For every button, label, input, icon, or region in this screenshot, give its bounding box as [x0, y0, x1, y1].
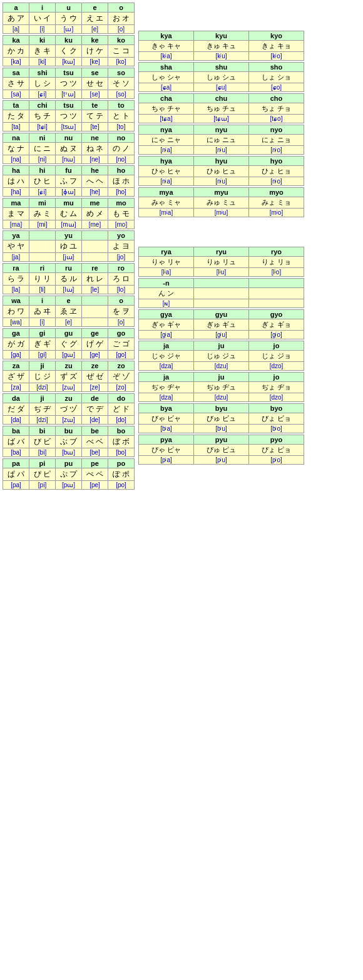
kana-cell: の ノ	[108, 143, 135, 155]
left-header-cell: ze	[82, 361, 108, 371]
ipa-cell: [bi]	[29, 448, 56, 457]
right-ipa-cell: [nʲu]	[194, 145, 249, 154]
left-header-cell: gu	[56, 329, 82, 338]
kana-cell: き キ	[29, 45, 56, 58]
right-header-cell: gyo	[249, 309, 304, 319]
kana-cell: へ ヘ	[82, 175, 108, 188]
left-header-cell: shi	[29, 68, 56, 78]
right-ipa-cell: [nʲu]	[194, 177, 249, 185]
ipa-cell: [pi]	[29, 481, 56, 490]
kana-cell: ぎ ギ	[29, 338, 56, 351]
left-header-cell: ri	[29, 264, 56, 273]
ipa-cell: [jo]	[108, 253, 135, 262]
ipa-cell: [ge]	[82, 351, 108, 359]
right-ipa-cell: [lʲu]	[194, 267, 249, 276]
kana-cell: つ ツ	[56, 78, 82, 90]
ipa-cell: [ka]	[3, 58, 29, 66]
kana-cell: で デ	[82, 403, 108, 416]
kana-cell: う ウ	[56, 13, 82, 25]
right-ipa-cell: [lʲa]	[139, 267, 194, 276]
right-kana-cell: ぴょ ピョ	[249, 444, 304, 455]
right-header-cell: ryo	[249, 247, 304, 256]
kana-cell: ざ ザ	[3, 371, 29, 383]
ipa-cell: [ke]	[82, 58, 108, 66]
left-header-cell: da	[3, 394, 29, 403]
right-kana-cell: きゅ キュ	[194, 40, 249, 51]
left-header-cell: ho	[108, 166, 135, 175]
right-header-cell: nyu	[194, 125, 249, 134]
ipa-cell: [tɕi]	[29, 123, 56, 132]
kana-cell: も モ	[108, 208, 135, 220]
right-table: kyakyukyoきゃ キャきゅ キュきょ キョ[kʲa][kʲu][kʲo]s…	[138, 3, 304, 465]
left-header-cell: hi	[29, 166, 56, 175]
kana-cell: ご ゴ	[108, 338, 135, 351]
right-kana-cell: ぢゃ ヂャ	[139, 381, 194, 393]
left-header-cell: e	[82, 3, 108, 13]
right-ipa-cell: [ɕu]	[194, 83, 249, 91]
right-kana-cell: びゃ ビャ	[139, 413, 194, 424]
kana-cell: ね ネ	[82, 143, 108, 155]
ipa-cell: [ho]	[108, 188, 135, 197]
right-header-cell	[249, 278, 304, 287]
left-header-cell: i	[29, 296, 56, 306]
right-header-cell: byu	[194, 403, 249, 413]
kana-cell: ぐ グ	[56, 338, 82, 351]
right-header-cell: kyo	[249, 31, 304, 40]
right-header-cell: pya	[139, 435, 194, 444]
ipa-cell: [zɯ]	[56, 383, 82, 392]
kana-cell: ず ズ	[56, 371, 82, 383]
ipa-cell: [sa]	[3, 90, 29, 99]
right-header-cell: pyo	[249, 435, 304, 444]
right-kana-cell: ぎゅ ギュ	[194, 319, 249, 330]
kana-cell: わ ワ	[3, 306, 29, 318]
left-header-cell: bo	[108, 426, 135, 436]
kana-cell: る ル	[56, 273, 82, 286]
right-kana-cell: しゃ シャ	[139, 71, 194, 83]
ipa-cell: [tsɯ]	[56, 123, 82, 132]
ipa-cell: [mo]	[108, 220, 135, 229]
kana-cell: し シ	[29, 78, 56, 90]
right-header-cell: sha	[139, 62, 194, 71]
empty-row	[139, 227, 304, 236]
left-header-cell: ro	[108, 264, 135, 273]
kana-cell: ゐ ヰ	[29, 306, 56, 318]
kana-cell: ゆ ユ	[56, 240, 82, 253]
ipa-cell: [za]	[3, 383, 29, 392]
kana-cell: ま マ	[3, 208, 29, 220]
right-header-cell: kyu	[194, 31, 249, 40]
left-header-cell: i	[29, 3, 56, 13]
left-header-cell: a	[3, 3, 29, 13]
ipa-cell: [ga]	[3, 351, 29, 359]
left-header-cell: bu	[56, 426, 82, 436]
kana-cell: を ヲ	[108, 306, 135, 318]
right-ipa-cell: [dzo]	[249, 393, 304, 401]
left-header-cell: ji	[29, 394, 56, 403]
ipa-cell: [bɯ]	[56, 448, 82, 457]
right-ipa-cell: [pʲu]	[194, 455, 249, 464]
left-header-cell: bi	[29, 426, 56, 436]
ipa-cell: [so]	[108, 90, 135, 99]
kana-cell: め メ	[82, 208, 108, 220]
kana-cell: け ケ	[82, 45, 108, 58]
left-header-cell: gi	[29, 329, 56, 338]
left-header-cell: yu	[56, 231, 82, 240]
kana-cell: は ハ	[3, 175, 29, 188]
kana-cell: ば バ	[3, 436, 29, 448]
right-kana-cell: りゃ リャ	[139, 256, 194, 267]
left-header-cell: ko	[108, 36, 135, 45]
ipa-cell: [to]	[108, 123, 135, 132]
left-header-cell: ma	[3, 199, 29, 208]
ipa-cell: [pɯ]	[56, 481, 82, 490]
left-header-cell: za	[3, 361, 29, 371]
right-header-cell: ja	[139, 341, 194, 350]
ipa-cell: [dzi]	[29, 416, 56, 425]
right-header-cell: rya	[139, 247, 194, 256]
right-header-cell: sho	[249, 62, 304, 71]
ipa-cell: [me]	[82, 220, 108, 229]
ipa-cell: [ɕi]	[29, 188, 56, 197]
kana-cell: ぽ ポ	[108, 468, 135, 481]
right-header-cell: chu	[194, 93, 249, 103]
right-header-cell: ju	[194, 341, 249, 350]
right-ipa-cell: [kʲa]	[139, 51, 194, 60]
ipa-cell: [da]	[3, 416, 29, 425]
